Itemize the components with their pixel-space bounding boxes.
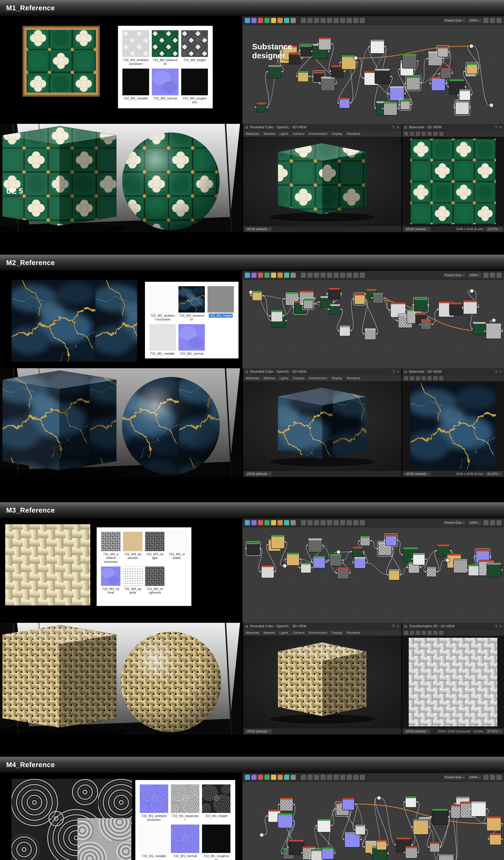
toolbar-tool-icon[interactable] (340, 520, 345, 525)
texture-thumb[interactable]: 722_M1_metallic (140, 825, 168, 860)
parent-size-dropdown[interactable]: Parent Size▾ (443, 273, 466, 278)
toolbar-tool-icon[interactable] (353, 520, 358, 525)
toolbar-node-icon[interactable] (284, 775, 289, 780)
texture-thumb[interactable]: 722_M1_roughness (202, 825, 230, 860)
panel-menu-icon[interactable]: ▤ (245, 625, 248, 628)
toolbar-tool-icon[interactable] (314, 273, 319, 278)
panel-float-icon[interactable]: ❐ (392, 625, 395, 628)
2d-view-tool-icon[interactable] (416, 132, 420, 136)
toolbar-tool-icon[interactable] (314, 775, 319, 780)
toolbar-node-icon[interactable] (277, 775, 283, 780)
menu-materials[interactable]: Materials (246, 631, 259, 635)
toolbar-view-icon[interactable] (496, 775, 502, 780)
2d-view-tool-icon[interactable] (439, 376, 443, 380)
toolbar-view-icon[interactable] (490, 775, 495, 780)
toolbar-node-icon[interactable] (258, 520, 263, 525)
toolbar-node-icon[interactable] (271, 775, 276, 780)
2d-view-tool-icon[interactable] (439, 631, 443, 635)
color-profile-dropdown[interactable]: sRGB (default)▾ (404, 472, 431, 476)
color-profile-dropdown[interactable]: sRGB (default)▾ (245, 729, 272, 734)
toolbar-node-icon[interactable] (251, 775, 257, 780)
toolbar-view-icon[interactable] (496, 273, 502, 278)
texture-thumb[interactable]: 722_M3_height (145, 532, 164, 564)
toolbar-tool-icon[interactable] (301, 273, 306, 278)
toolbar-tool-icon[interactable] (347, 775, 352, 780)
toolbar-node-icon[interactable] (245, 775, 250, 780)
toolbar-tool-icon[interactable] (347, 18, 352, 23)
2d-view-tool-icon[interactable] (404, 132, 408, 136)
panel-close-icon[interactable]: ✕ (499, 625, 502, 628)
menu-lights[interactable]: Lights (279, 132, 288, 136)
toolbar-node-icon[interactable] (245, 18, 250, 23)
texture-thumb[interactable]: 722_M2_metallic (149, 324, 176, 356)
2d-view-tool-icon[interactable] (433, 376, 437, 380)
toolbar-node-icon[interactable] (271, 520, 276, 525)
toolbar-view-icon[interactable] (496, 18, 502, 23)
panel-menu-icon[interactable]: ▤ (245, 370, 248, 373)
panel-menu-icon[interactable]: ▤ (404, 370, 407, 373)
texture-thumb[interactable]: 722_M1_basecolor (171, 785, 199, 822)
menu-camera[interactable]: Camera (293, 132, 304, 136)
toolbar-node-icon[interactable] (284, 18, 289, 23)
toolbar-tool-icon[interactable] (340, 273, 345, 278)
texture-thumb[interactable]: 722_M4_normal (152, 69, 178, 104)
panel-float-icon[interactable]: ❐ (392, 126, 395, 129)
texture-thumb[interactable]: 722_M2_basecolor (178, 286, 205, 321)
texture-thumb[interactable]: 722_M2_normal (178, 324, 205, 356)
panel-float-icon[interactable]: ❐ (392, 370, 395, 373)
toolbar-view-icon[interactable] (490, 520, 495, 525)
toolbar-node-icon[interactable] (291, 775, 296, 780)
toolbar-view-icon[interactable] (496, 520, 502, 525)
menu-meshes[interactable]: Meshes (264, 132, 275, 136)
toolbar-tool-icon[interactable] (360, 775, 365, 780)
2d-view-tool-icon[interactable] (439, 132, 443, 136)
texture-thumb[interactable]: 722_M4_roughness (181, 69, 208, 104)
texture-thumb[interactable]: 722_M4_height (181, 30, 208, 66)
toolbar-view-icon[interactable] (490, 18, 495, 23)
toolbar-tool-icon[interactable] (347, 273, 352, 278)
menu-meshes[interactable]: Meshes (264, 631, 275, 635)
toolbar-node-icon[interactable] (291, 520, 296, 525)
3d-viewport[interactable] (243, 381, 401, 471)
toolbar-tool-icon[interactable] (314, 18, 319, 23)
menu-environment[interactable]: Environment (309, 376, 327, 380)
menu-renderer[interactable]: Renderer (347, 631, 360, 635)
toolbar-tool-icon[interactable] (327, 775, 332, 780)
texture-thumb[interactable]: 722_M3_basecolor (123, 532, 142, 564)
panel-close-icon[interactable]: ✕ (397, 625, 399, 628)
toolbar-tool-icon[interactable] (334, 18, 339, 23)
texture-thumb[interactable]: 722_M4_ambient occlusion (123, 30, 149, 66)
2d-view-tool-icon[interactable] (404, 631, 408, 635)
toolbar-tool-icon[interactable] (334, 273, 339, 278)
2d-view-tool-icon[interactable] (428, 376, 432, 380)
color-profile-dropdown[interactable]: sRGB (default)▾ (404, 729, 431, 734)
menu-lights[interactable]: Lights (279, 376, 288, 380)
3d-viewport[interactable] (243, 137, 401, 226)
2d-view-tool-icon[interactable] (416, 376, 420, 380)
toolbar-zoom-dropdown[interactable]: 100%▾ (467, 18, 482, 23)
menu-renderer[interactable]: Renderer (347, 376, 360, 380)
toolbar-view-icon[interactable] (490, 273, 495, 278)
toolbar-node-icon[interactable] (271, 18, 276, 23)
toolbar-tool-icon[interactable] (334, 775, 339, 780)
toolbar-node-icon[interactable] (264, 18, 270, 23)
toolbar-node-icon[interactable] (291, 273, 296, 278)
toolbar-tool-icon[interactable] (360, 18, 365, 23)
toolbar-node-icon[interactable] (251, 273, 257, 278)
2d-view-tool-icon[interactable] (410, 132, 414, 136)
panel-menu-icon[interactable]: ▤ (404, 126, 407, 129)
toolbar-tool-icon[interactable] (307, 18, 313, 23)
panel-menu-icon[interactable]: ▤ (245, 126, 248, 129)
toolbar-tool-icon[interactable] (360, 520, 365, 525)
2d-view-tool-icon[interactable] (410, 376, 414, 380)
toolbar-node-icon[interactable] (264, 775, 270, 780)
toolbar-node-icon[interactable] (271, 273, 276, 278)
toolbar-zoom-dropdown[interactable]: 100%▾ (467, 775, 482, 780)
menu-lights[interactable]: Lights (279, 631, 288, 635)
panel-close-icon[interactable]: ✕ (499, 126, 502, 129)
menu-materials[interactable]: Materials (246, 132, 259, 136)
panel-float-icon[interactable]: ❐ (494, 370, 497, 373)
menu-camera[interactable]: Camera (293, 631, 304, 635)
zoom-dropdown[interactable]: 41.67%▾ (486, 472, 502, 476)
color-profile-dropdown[interactable]: sRGB (default)▾ (245, 472, 272, 476)
